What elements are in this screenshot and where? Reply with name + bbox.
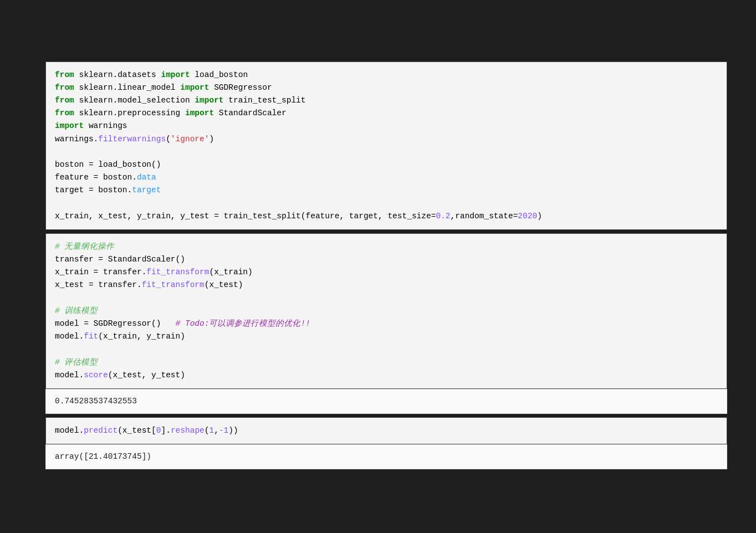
output-gutter-3: [29, 444, 45, 469]
cell-gutter-2: [29, 233, 45, 389]
code-content-3: model.predict(x_test[0].reshape(1,-1)): [55, 424, 718, 437]
output-body-2: 0.7452835374325​53: [45, 389, 727, 414]
output-content-2: 0.7452835374325​53: [55, 395, 718, 408]
output-body-3: array([21.40173745]): [45, 444, 727, 469]
output-cell-2: 0.7452835374325​53: [29, 389, 727, 414]
cell-gutter-3: [29, 417, 45, 444]
code-content-2: # 无量纲化操作 transfer = StandardScaler() x_t…: [55, 240, 718, 382]
code-cell-2[interactable]: # 无量纲化操作 transfer = StandardScaler() x_t…: [29, 233, 727, 389]
output-content-3: array([21.40173745]): [55, 450, 718, 463]
cell-gutter-1: [29, 62, 45, 230]
code-cell-1[interactable]: from sklearn.datasets import load_boston…: [29, 62, 727, 230]
cell-body-3[interactable]: model.predict(x_test[0].reshape(1,-1)): [45, 417, 727, 444]
code-cell-3[interactable]: model.predict(x_test[0].reshape(1,-1)): [29, 417, 727, 444]
output-gutter-2: [29, 389, 45, 414]
cell-body-1[interactable]: from sklearn.datasets import load_boston…: [45, 62, 727, 230]
notebook-container: from sklearn.datasets import load_boston…: [18, 50, 738, 483]
cell-body-2[interactable]: # 无量纲化操作 transfer = StandardScaler() x_t…: [45, 233, 727, 389]
output-cell-3: array([21.40173745]): [29, 444, 727, 469]
code-content-1: from sklearn.datasets import load_boston…: [55, 69, 718, 223]
